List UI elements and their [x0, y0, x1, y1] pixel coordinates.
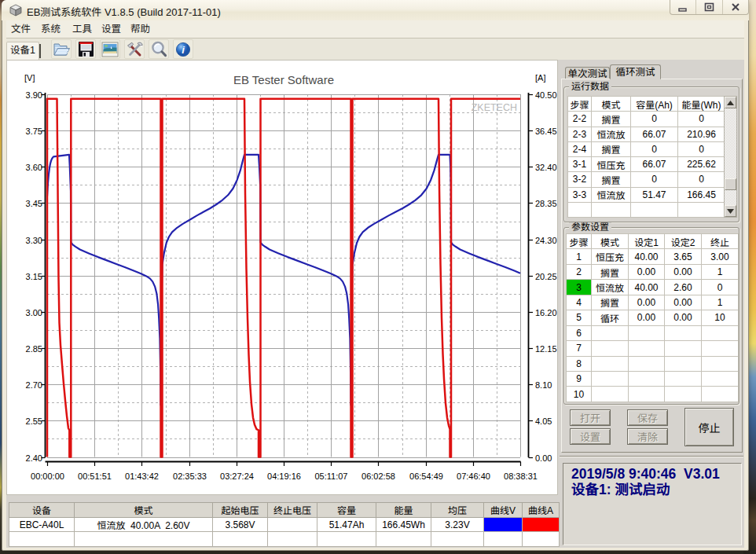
table-cell[interactable]: 66.07 [631, 157, 678, 172]
table-cell[interactable]: 0.00 [665, 295, 702, 310]
active-step-cell[interactable]: 3 [567, 280, 592, 295]
table-cell[interactable]: 40.00 [629, 280, 665, 295]
table-cell[interactable]: 恒压充 [592, 249, 629, 264]
table-row[interactable]: 2-2搁置00 [568, 112, 725, 127]
table-cell[interactable] [592, 371, 629, 386]
table-row[interactable]: 2-3恒流放66.07210.96 [568, 127, 725, 141]
table-cell[interactable]: 66.07 [631, 127, 678, 141]
open-params-button[interactable]: 打开 [570, 409, 611, 426]
export-image-button[interactable] [100, 39, 120, 59]
table-cell[interactable]: 166.45 [678, 187, 725, 202]
table-cell[interactable] [702, 371, 739, 386]
save-button[interactable] [75, 39, 96, 59]
table-cell[interactable] [629, 371, 665, 386]
table-row[interactable]: 6 [567, 325, 739, 340]
table-cell[interactable]: 恒流放 [592, 187, 631, 202]
table-cell[interactable] [678, 202, 725, 217]
table-cell[interactable] [665, 356, 702, 371]
table-cell[interactable] [568, 202, 592, 217]
table-cell[interactable]: 5 [567, 310, 592, 325]
table-row[interactable]: 3恒流放40.002.600 [567, 280, 739, 295]
table-row[interactable]: 2搁置0.000.001 [567, 264, 739, 279]
tab-single-test[interactable]: 单次测试 [565, 67, 610, 79]
table-cell[interactable]: 搁置 [592, 141, 631, 156]
table-row[interactable] [568, 202, 725, 217]
table-cell[interactable]: 3.65 [665, 249, 702, 264]
table-cell[interactable]: 3-3 [568, 187, 592, 202]
menu-item-4[interactable]: 设置 [99, 23, 123, 36]
table-cell[interactable]: 210.96 [678, 127, 725, 141]
table-cell[interactable]: 1 [567, 249, 592, 264]
menu-item-5[interactable]: 帮助 [128, 23, 152, 36]
table-cell[interactable] [629, 341, 665, 356]
tab-cycle-test[interactable]: 循环测试 [610, 64, 661, 79]
table-cell[interactable]: 2.60 [665, 280, 702, 295]
table-row[interactable]: 10 [567, 387, 739, 402]
table-cell[interactable]: 0.00 [629, 310, 665, 325]
table-cell[interactable]: 0.00 [629, 295, 665, 310]
table-cell[interactable]: 10 [567, 387, 592, 402]
table-cell[interactable] [629, 325, 665, 340]
table-cell[interactable] [629, 387, 665, 402]
menu-item-2[interactable]: 系统 [39, 23, 63, 36]
table-cell[interactable]: 恒压充 [592, 157, 631, 172]
close-button[interactable] [723, 0, 748, 14]
menu-item-1[interactable]: 文件 [9, 23, 33, 36]
scroll-up-button[interactable] [725, 97, 736, 108]
table-cell[interactable]: 搁置 [592, 172, 631, 187]
table-cell[interactable] [702, 325, 739, 340]
maximize-button[interactable] [696, 0, 722, 14]
table-cell[interactable]: 10 [702, 310, 739, 325]
table-cell[interactable] [592, 356, 629, 371]
minimize-button[interactable] [670, 0, 696, 14]
save-params-button[interactable]: 保存 [627, 409, 668, 426]
table-row[interactable]: 9 [567, 371, 739, 386]
table-cell[interactable]: 0.00 [665, 310, 702, 325]
table-cell[interactable]: 0 [678, 172, 725, 187]
scroll-down-button[interactable] [725, 205, 736, 217]
table-row[interactable]: 3-3恒流放51.47166.45 [568, 187, 725, 202]
table-cell[interactable] [702, 341, 739, 356]
table-cell[interactable]: 0.00 [665, 264, 702, 279]
table-cell[interactable] [631, 202, 678, 217]
stop-button[interactable]: 停止 [684, 408, 734, 446]
zoom-button[interactable] [149, 39, 169, 59]
table-cell[interactable]: 1 [702, 264, 739, 279]
set-params-button[interactable]: 设置 [570, 428, 611, 445]
table-row[interactable]: 3-1恒压充66.07225.62 [568, 157, 725, 172]
device-tab[interactable]: 设备1 [6, 42, 39, 60]
table-cell[interactable]: 循环 [592, 310, 629, 325]
menu-item-3[interactable]: 工具 [70, 23, 94, 36]
table-row[interactable]: 7 [567, 341, 739, 356]
table-cell[interactable]: 2-3 [568, 127, 592, 141]
table-row[interactable]: 5循环0.000.0010 [567, 310, 739, 325]
table-cell[interactable]: 0.00 [629, 264, 665, 279]
table-cell[interactable] [592, 325, 629, 340]
table-cell[interactable]: 3-1 [568, 157, 592, 172]
table-cell[interactable] [629, 356, 665, 371]
info-button[interactable]: i [173, 39, 193, 59]
table-cell[interactable]: 3.00 [702, 249, 739, 264]
table-cell[interactable]: 7 [567, 341, 592, 356]
table-cell[interactable]: 恒流放 [592, 127, 631, 141]
table-cell[interactable]: 搁置 [592, 295, 629, 310]
table-cell[interactable]: 2 [567, 264, 592, 279]
table-row[interactable]: 1恒压充40.003.653.00 [567, 249, 739, 264]
table-cell[interactable]: 0 [631, 112, 678, 127]
table-cell[interactable]: 51.47 [631, 187, 678, 202]
table-cell[interactable]: 0 [678, 112, 725, 127]
table-cell[interactable] [665, 371, 702, 386]
table-cell[interactable] [702, 356, 739, 371]
table-row[interactable]: 4搁置0.000.001 [567, 295, 739, 310]
table-cell[interactable]: 0 [702, 280, 739, 295]
table-cell[interactable] [592, 202, 631, 217]
table-row[interactable]: 2-4搁置00 [568, 141, 725, 156]
table-cell[interactable]: 0 [678, 141, 725, 156]
open-file-button[interactable] [51, 39, 72, 59]
table-cell[interactable]: 3-2 [568, 172, 592, 187]
table-cell[interactable]: 0 [631, 172, 678, 187]
table-row[interactable]: 3-2搁置00 [568, 172, 725, 187]
table-cell[interactable]: 9 [567, 371, 592, 386]
table-cell[interactable]: 搁置 [592, 112, 631, 127]
table-cell[interactable]: 2-2 [568, 112, 592, 127]
